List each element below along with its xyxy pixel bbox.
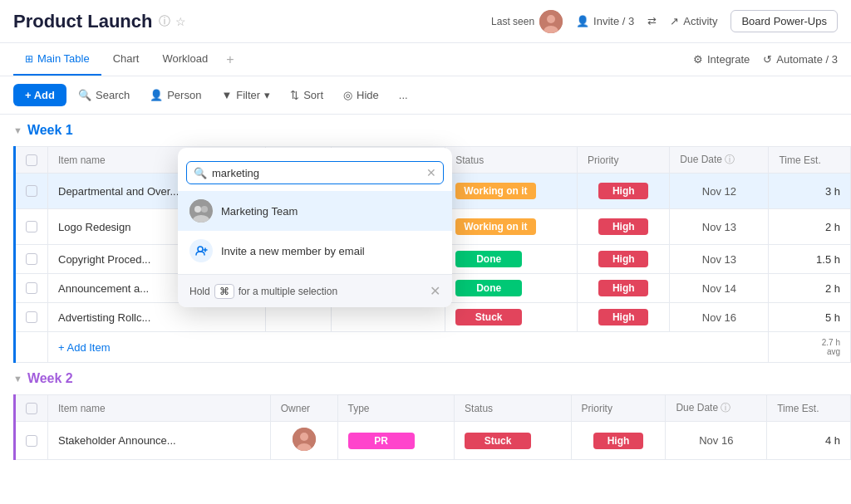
owner-avatar — [293, 428, 316, 451]
row-checkbox[interactable] — [26, 311, 37, 323]
col-priority: Priority — [571, 395, 666, 422]
star-icon[interactable]: ☆ — [175, 15, 186, 28]
search-button[interactable]: 🔍 Search — [70, 85, 138, 105]
more-button[interactable]: ... — [391, 85, 416, 105]
table-row: Stakeholder Announce... PR St — [15, 422, 851, 460]
row-time-est: 2 h — [769, 209, 851, 245]
dropdown-search-box[interactable]: 🔍 ✕ — [186, 161, 444, 184]
row-owner[interactable] — [270, 422, 337, 460]
row-due-date: Nov 12 — [670, 174, 769, 209]
sort-button[interactable]: ⇅ Sort — [282, 85, 332, 105]
chart-icon: ↗ — [670, 15, 679, 27]
invite-button[interactable]: 👤 Invite / 3 — [576, 15, 634, 27]
col-checkbox — [15, 147, 48, 174]
time-avg-cell: 2.7 h avg — [769, 332, 851, 363]
tab-chart-label: Chart — [113, 52, 140, 65]
automate-label: Automate / 3 — [776, 53, 838, 66]
team-name: Marketing Team — [221, 205, 298, 218]
row-priority[interactable]: High — [578, 209, 670, 245]
table-icon: ⊞ — [25, 53, 33, 65]
search-box-icon: 🔍 — [194, 167, 207, 179]
tab-chart[interactable]: Chart — [101, 43, 151, 76]
person-label: Person — [167, 89, 201, 101]
row-status[interactable]: Done — [445, 274, 578, 303]
dropdown-invite-item[interactable]: Invite a new member by email — [178, 231, 452, 271]
row-status[interactable]: Stuck — [455, 422, 572, 460]
add-button[interactable]: + Add — [13, 84, 66, 106]
row-status[interactable]: Stuck — [445, 303, 578, 332]
tabs-right-actions: ⚙ Integrate ↺ Automate / 3 — [693, 53, 838, 66]
col-time-est: Time Est. — [767, 395, 851, 422]
col-due-date: Due Date ⓘ — [666, 395, 767, 422]
row-priority[interactable]: High — [578, 303, 670, 332]
invite-icon: 👤 — [576, 15, 589, 27]
week1-chevron-icon: ▼ — [13, 125, 22, 135]
add-tab-button[interactable]: + — [219, 52, 240, 67]
header-checkbox[interactable] — [26, 154, 37, 166]
row-due-date: Nov 14 — [670, 274, 769, 303]
hint-text: Hold ⌘ for a multiple selection — [189, 284, 337, 299]
filter-button[interactable]: ▼ Filter ▾ — [213, 85, 278, 105]
col-item-name: Item name — [48, 395, 271, 422]
info-icon[interactable]: ⓘ — [159, 14, 170, 29]
row-priority[interactable]: High — [578, 174, 670, 209]
row-due-date: Nov 16 — [666, 422, 767, 460]
svg-point-8 — [201, 206, 208, 213]
hint-close-button[interactable]: ✕ — [430, 283, 440, 299]
week2-header[interactable]: ▼ Week 2 — [0, 363, 851, 394]
dropdown-team-item[interactable]: Marketing Team — [178, 191, 452, 231]
row-checkbox[interactable] — [26, 435, 37, 447]
invite-label: Invite a new member by email — [221, 245, 365, 257]
hide-icon: ◎ — [343, 89, 352, 101]
integrate-button[interactable]: ⚙ Integrate — [693, 53, 750, 66]
row-status[interactable]: Working on it — [445, 209, 578, 245]
week1-header[interactable]: ▼ Week 1 — [0, 115, 851, 146]
filter-label: Filter — [236, 89, 260, 101]
svg-point-7 — [194, 206, 201, 213]
search-label: Search — [96, 89, 130, 101]
tabs-bar: ⊞ Main Table Chart Workload + ⚙ Integrat… — [0, 43, 851, 76]
col-status: Status — [455, 395, 572, 422]
row-type[interactable]: PR — [337, 422, 455, 460]
row-item-name[interactable]: Stakeholder Announce... — [48, 422, 271, 460]
svg-point-1 — [547, 15, 555, 23]
row-checkbox[interactable] — [26, 221, 37, 232]
row-time-est: 2 h — [769, 274, 851, 303]
person-button[interactable]: 👤 Person — [141, 85, 209, 105]
connections-button[interactable]: ⇄ — [647, 15, 657, 27]
tab-workload[interactable]: Workload — [150, 43, 219, 76]
activity-button[interactable]: ↗ Activity — [670, 15, 717, 27]
clear-search-button[interactable]: ✕ — [426, 166, 436, 179]
row-checkbox[interactable] — [26, 253, 37, 265]
tab-workload-label: Workload — [162, 52, 208, 65]
more-icon: ... — [399, 89, 408, 101]
automate-button[interactable]: ↺ Automate / 3 — [763, 53, 838, 66]
add-item-label[interactable]: + Add Item — [48, 332, 769, 363]
row-status[interactable]: Done — [445, 245, 578, 274]
hint-hold: Hold — [189, 286, 210, 297]
row-priority[interactable]: High — [571, 422, 666, 460]
col-due-date: Due Date ⓘ — [670, 147, 769, 174]
row-checkbox[interactable] — [26, 282, 37, 294]
row-priority[interactable]: High — [578, 245, 670, 274]
tab-main-table[interactable]: ⊞ Main Table — [13, 43, 101, 76]
row-status[interactable]: Working on it — [445, 174, 578, 209]
sort-icon: ⇅ — [290, 89, 299, 101]
filter-icon: ▼ — [221, 89, 232, 101]
owner-dropdown: 🔍 ✕ Marketing Team Invite a new member b… — [178, 148, 452, 307]
header-checkbox-w2[interactable] — [26, 403, 37, 414]
hide-label: Hide — [357, 89, 379, 101]
board-power-ups-button[interactable]: Board Power-Ups — [730, 10, 838, 32]
col-priority: Priority — [578, 147, 670, 174]
col-checkbox — [15, 395, 48, 422]
last-seen: Last seen — [491, 10, 563, 33]
dropdown-search-input[interactable] — [212, 167, 421, 179]
row-checkbox[interactable] — [26, 185, 37, 197]
sort-label: Sort — [303, 89, 323, 101]
hint-key: ⌘ — [214, 284, 234, 299]
row-priority[interactable]: High — [578, 274, 670, 303]
hide-button[interactable]: ◎ Hide — [335, 85, 387, 105]
add-item-row[interactable]: + Add Item 2.7 h avg — [15, 332, 851, 363]
time-avg-label: avg — [779, 347, 840, 356]
avatar — [539, 10, 563, 33]
